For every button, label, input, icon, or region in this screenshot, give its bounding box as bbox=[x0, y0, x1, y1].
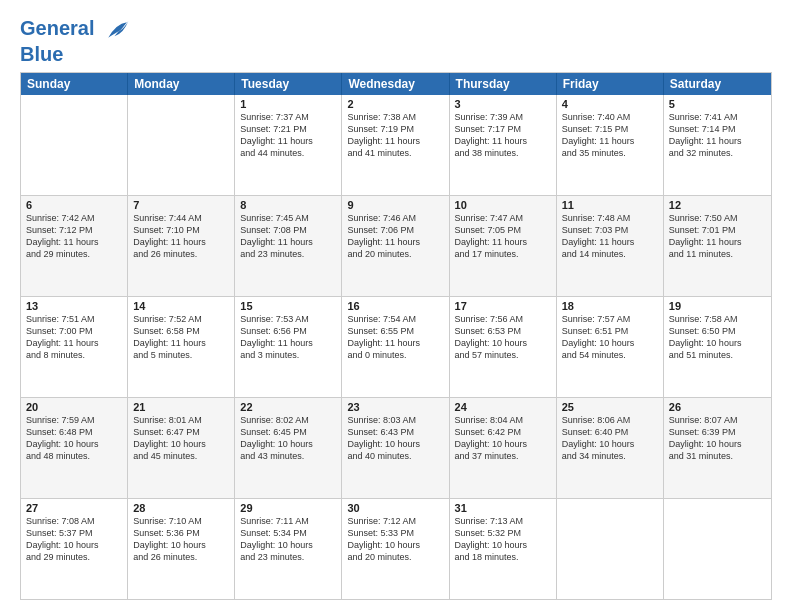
day-info: Sunrise: 7:53 AM Sunset: 6:56 PM Dayligh… bbox=[240, 313, 336, 362]
day-info: Sunrise: 7:38 AM Sunset: 7:19 PM Dayligh… bbox=[347, 111, 443, 160]
calendar-row-0: 1Sunrise: 7:37 AM Sunset: 7:21 PM Daylig… bbox=[21, 95, 771, 195]
day-number: 20 bbox=[26, 401, 122, 413]
day-info: Sunrise: 7:52 AM Sunset: 6:58 PM Dayligh… bbox=[133, 313, 229, 362]
calendar-cell: 3Sunrise: 7:39 AM Sunset: 7:17 PM Daylig… bbox=[450, 95, 557, 195]
day-info: Sunrise: 7:57 AM Sunset: 6:51 PM Dayligh… bbox=[562, 313, 658, 362]
calendar-cell: 12Sunrise: 7:50 AM Sunset: 7:01 PM Dayli… bbox=[664, 196, 771, 296]
day-number: 22 bbox=[240, 401, 336, 413]
day-number: 12 bbox=[669, 199, 766, 211]
day-number: 21 bbox=[133, 401, 229, 413]
day-info: Sunrise: 7:12 AM Sunset: 5:33 PM Dayligh… bbox=[347, 515, 443, 564]
calendar-row-1: 6Sunrise: 7:42 AM Sunset: 7:12 PM Daylig… bbox=[21, 195, 771, 296]
calendar-cell: 15Sunrise: 7:53 AM Sunset: 6:56 PM Dayli… bbox=[235, 297, 342, 397]
day-info: Sunrise: 7:39 AM Sunset: 7:17 PM Dayligh… bbox=[455, 111, 551, 160]
day-info: Sunrise: 7:47 AM Sunset: 7:05 PM Dayligh… bbox=[455, 212, 551, 261]
day-number: 29 bbox=[240, 502, 336, 514]
calendar-row-4: 27Sunrise: 7:08 AM Sunset: 5:37 PM Dayli… bbox=[21, 498, 771, 599]
day-number: 26 bbox=[669, 401, 766, 413]
calendar-cell: 11Sunrise: 7:48 AM Sunset: 7:03 PM Dayli… bbox=[557, 196, 664, 296]
day-number: 15 bbox=[240, 300, 336, 312]
day-number: 5 bbox=[669, 98, 766, 110]
calendar-row-3: 20Sunrise: 7:59 AM Sunset: 6:48 PM Dayli… bbox=[21, 397, 771, 498]
calendar-cell: 9Sunrise: 7:46 AM Sunset: 7:06 PM Daylig… bbox=[342, 196, 449, 296]
calendar-cell: 18Sunrise: 7:57 AM Sunset: 6:51 PM Dayli… bbox=[557, 297, 664, 397]
day-number: 6 bbox=[26, 199, 122, 211]
day-info: Sunrise: 7:45 AM Sunset: 7:08 PM Dayligh… bbox=[240, 212, 336, 261]
calendar-cell: 29Sunrise: 7:11 AM Sunset: 5:34 PM Dayli… bbox=[235, 499, 342, 599]
day-number: 4 bbox=[562, 98, 658, 110]
calendar-cell: 28Sunrise: 7:10 AM Sunset: 5:36 PM Dayli… bbox=[128, 499, 235, 599]
day-info: Sunrise: 7:10 AM Sunset: 5:36 PM Dayligh… bbox=[133, 515, 229, 564]
day-info: Sunrise: 8:02 AM Sunset: 6:45 PM Dayligh… bbox=[240, 414, 336, 463]
day-number: 14 bbox=[133, 300, 229, 312]
day-info: Sunrise: 7:48 AM Sunset: 7:03 PM Dayligh… bbox=[562, 212, 658, 261]
day-info: Sunrise: 7:11 AM Sunset: 5:34 PM Dayligh… bbox=[240, 515, 336, 564]
calendar-cell: 6Sunrise: 7:42 AM Sunset: 7:12 PM Daylig… bbox=[21, 196, 128, 296]
weekday-header-tuesday: Tuesday bbox=[235, 73, 342, 95]
calendar-cell: 22Sunrise: 8:02 AM Sunset: 6:45 PM Dayli… bbox=[235, 398, 342, 498]
day-number: 7 bbox=[133, 199, 229, 211]
weekday-header-sunday: Sunday bbox=[21, 73, 128, 95]
day-info: Sunrise: 7:46 AM Sunset: 7:06 PM Dayligh… bbox=[347, 212, 443, 261]
day-number: 30 bbox=[347, 502, 443, 514]
calendar: SundayMondayTuesdayWednesdayThursdayFrid… bbox=[20, 72, 772, 600]
calendar-cell: 13Sunrise: 7:51 AM Sunset: 7:00 PM Dayli… bbox=[21, 297, 128, 397]
day-number: 2 bbox=[347, 98, 443, 110]
calendar-cell: 30Sunrise: 7:12 AM Sunset: 5:33 PM Dayli… bbox=[342, 499, 449, 599]
logo: General Blue bbox=[20, 16, 130, 64]
calendar-cell: 4Sunrise: 7:40 AM Sunset: 7:15 PM Daylig… bbox=[557, 95, 664, 195]
day-info: Sunrise: 7:13 AM Sunset: 5:32 PM Dayligh… bbox=[455, 515, 551, 564]
calendar-cell: 5Sunrise: 7:41 AM Sunset: 7:14 PM Daylig… bbox=[664, 95, 771, 195]
day-info: Sunrise: 8:06 AM Sunset: 6:40 PM Dayligh… bbox=[562, 414, 658, 463]
day-number: 18 bbox=[562, 300, 658, 312]
day-number: 19 bbox=[669, 300, 766, 312]
calendar-cell: 23Sunrise: 8:03 AM Sunset: 6:43 PM Dayli… bbox=[342, 398, 449, 498]
day-info: Sunrise: 8:03 AM Sunset: 6:43 PM Dayligh… bbox=[347, 414, 443, 463]
calendar-cell bbox=[664, 499, 771, 599]
day-number: 27 bbox=[26, 502, 122, 514]
day-number: 28 bbox=[133, 502, 229, 514]
day-info: Sunrise: 7:37 AM Sunset: 7:21 PM Dayligh… bbox=[240, 111, 336, 160]
day-info: Sunrise: 7:42 AM Sunset: 7:12 PM Dayligh… bbox=[26, 212, 122, 261]
calendar-header: SundayMondayTuesdayWednesdayThursdayFrid… bbox=[21, 73, 771, 95]
day-info: Sunrise: 8:01 AM Sunset: 6:47 PM Dayligh… bbox=[133, 414, 229, 463]
day-info: Sunrise: 7:44 AM Sunset: 7:10 PM Dayligh… bbox=[133, 212, 229, 261]
day-number: 10 bbox=[455, 199, 551, 211]
calendar-cell: 20Sunrise: 7:59 AM Sunset: 6:48 PM Dayli… bbox=[21, 398, 128, 498]
day-info: Sunrise: 7:08 AM Sunset: 5:37 PM Dayligh… bbox=[26, 515, 122, 564]
calendar-cell: 24Sunrise: 8:04 AM Sunset: 6:42 PM Dayli… bbox=[450, 398, 557, 498]
calendar-cell: 8Sunrise: 7:45 AM Sunset: 7:08 PM Daylig… bbox=[235, 196, 342, 296]
calendar-cell: 2Sunrise: 7:38 AM Sunset: 7:19 PM Daylig… bbox=[342, 95, 449, 195]
calendar-cell: 26Sunrise: 8:07 AM Sunset: 6:39 PM Dayli… bbox=[664, 398, 771, 498]
day-number: 16 bbox=[347, 300, 443, 312]
day-number: 8 bbox=[240, 199, 336, 211]
day-info: Sunrise: 8:07 AM Sunset: 6:39 PM Dayligh… bbox=[669, 414, 766, 463]
day-info: Sunrise: 8:04 AM Sunset: 6:42 PM Dayligh… bbox=[455, 414, 551, 463]
calendar-body: 1Sunrise: 7:37 AM Sunset: 7:21 PM Daylig… bbox=[21, 95, 771, 599]
day-info: Sunrise: 7:54 AM Sunset: 6:55 PM Dayligh… bbox=[347, 313, 443, 362]
calendar-cell bbox=[557, 499, 664, 599]
calendar-cell: 7Sunrise: 7:44 AM Sunset: 7:10 PM Daylig… bbox=[128, 196, 235, 296]
day-info: Sunrise: 7:41 AM Sunset: 7:14 PM Dayligh… bbox=[669, 111, 766, 160]
calendar-cell bbox=[128, 95, 235, 195]
day-info: Sunrise: 7:40 AM Sunset: 7:15 PM Dayligh… bbox=[562, 111, 658, 160]
calendar-cell: 21Sunrise: 8:01 AM Sunset: 6:47 PM Dayli… bbox=[128, 398, 235, 498]
logo-bird-icon bbox=[102, 16, 130, 44]
logo-general: General bbox=[20, 17, 94, 39]
day-info: Sunrise: 7:56 AM Sunset: 6:53 PM Dayligh… bbox=[455, 313, 551, 362]
day-info: Sunrise: 7:50 AM Sunset: 7:01 PM Dayligh… bbox=[669, 212, 766, 261]
page: General Blue SundayMondayTuesdayWednesda… bbox=[0, 0, 792, 612]
day-number: 3 bbox=[455, 98, 551, 110]
calendar-cell: 25Sunrise: 8:06 AM Sunset: 6:40 PM Dayli… bbox=[557, 398, 664, 498]
weekday-header-friday: Friday bbox=[557, 73, 664, 95]
calendar-cell: 31Sunrise: 7:13 AM Sunset: 5:32 PM Dayli… bbox=[450, 499, 557, 599]
calendar-row-2: 13Sunrise: 7:51 AM Sunset: 7:00 PM Dayli… bbox=[21, 296, 771, 397]
day-number: 9 bbox=[347, 199, 443, 211]
day-number: 23 bbox=[347, 401, 443, 413]
weekday-header-thursday: Thursday bbox=[450, 73, 557, 95]
day-info: Sunrise: 7:59 AM Sunset: 6:48 PM Dayligh… bbox=[26, 414, 122, 463]
logo-blue: Blue bbox=[20, 44, 130, 64]
day-number: 25 bbox=[562, 401, 658, 413]
day-number: 24 bbox=[455, 401, 551, 413]
calendar-cell: 17Sunrise: 7:56 AM Sunset: 6:53 PM Dayli… bbox=[450, 297, 557, 397]
